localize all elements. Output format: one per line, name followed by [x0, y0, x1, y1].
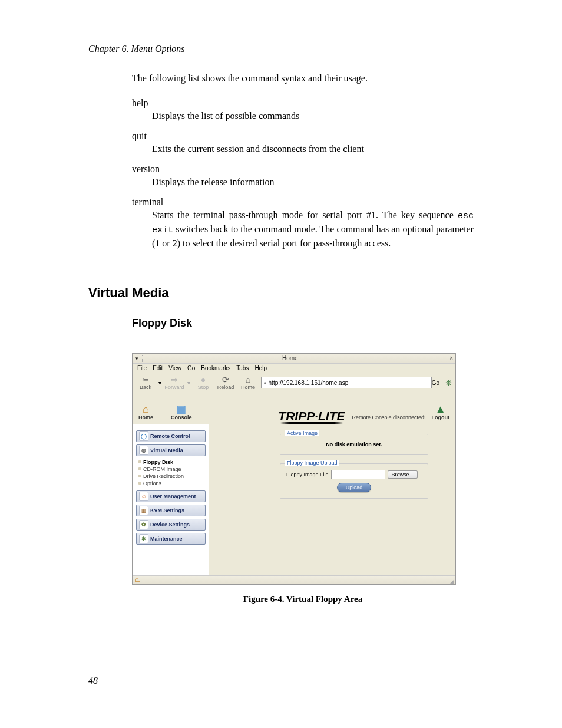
stop-button[interactable]: ● Stop [194, 375, 213, 390]
figure-caption: Figure 6-4. Virtual Floppy Area [132, 594, 474, 604]
home-label: Home [241, 384, 255, 390]
go-button[interactable]: Go [429, 380, 442, 386]
menu-help[interactable]: Help [254, 365, 267, 371]
window-minimize-button[interactable]: _ [441, 355, 444, 361]
sidebar-label-virtual-media: Virtual Media [150, 447, 183, 453]
active-image-legend: Active Image [285, 430, 319, 436]
term-version: version [132, 164, 474, 174]
device-settings-icon: ✿ [139, 520, 148, 529]
throbber-icon: ❋ [445, 378, 452, 387]
main-panel: Active Image No disk emulation set. Flop… [209, 424, 455, 575]
sidebar: ◯ Remote Control ◍ Virtual Media Floppy … [133, 424, 209, 575]
code-esc: esc [458, 211, 474, 221]
app-logout-button[interactable]: ▲ Logout [432, 404, 450, 424]
resize-grip-icon[interactable]: ◢ [450, 580, 454, 583]
submenu-drive-redirection[interactable]: Drive Redirection [138, 473, 206, 480]
user-management-icon: ☺ [139, 492, 148, 501]
home-icon: ⌂ [246, 375, 250, 384]
menubar: File Edit View Go Bookmarks Tabs Help [133, 364, 455, 373]
heading-virtual-media: Virtual Media [88, 285, 474, 301]
def-help: Displays the list of possible commands [152, 110, 474, 123]
back-dropdown-icon[interactable]: ▾ [158, 380, 161, 386]
virtual-media-icon: ◍ [139, 446, 148, 455]
reload-icon: ⟳ [222, 375, 229, 384]
sidebar-item-user-management[interactable]: ☺ User Management [136, 490, 206, 502]
sidebar-item-device-settings[interactable]: ✿ Device Settings [136, 519, 206, 531]
virtual-media-submenu: Floppy Disk CD-ROM Image Drive Redirecti… [136, 459, 206, 487]
titlebar-dropdown-icon[interactable]: ▾ [133, 355, 141, 361]
stop-icon: ● [201, 375, 206, 384]
menu-go[interactable]: Go [187, 365, 195, 371]
titlebar-separator [142, 355, 143, 362]
address-bar: ▫ http://192.168.1.161/home.asp [261, 377, 426, 388]
url-input[interactable]: ▫ http://192.168.1.161/home.asp [261, 377, 432, 388]
window-close-button[interactable]: × [449, 355, 453, 361]
window-maximize-button[interactable]: □ [445, 355, 448, 361]
forward-button[interactable]: ⇨ Forward [165, 375, 184, 390]
logout-icon: ▲ [435, 404, 446, 414]
sidebar-item-maintenance[interactable]: ✱ Maintenance [136, 533, 206, 545]
back-label: Back [140, 384, 151, 390]
menu-tabs[interactable]: Tabs [236, 365, 249, 371]
intro-text: The following list shows the command syn… [132, 72, 474, 85]
sidebar-label-remote-control: Remote Control [150, 433, 190, 439]
page-icon: ▫ [264, 380, 266, 386]
console-icon: ▣ [176, 404, 186, 414]
forward-label: Forward [165, 384, 184, 390]
folder-icon: 🗀 [135, 577, 141, 583]
menu-edit[interactable]: Edit [153, 365, 163, 371]
back-icon: ⇦ [142, 375, 149, 384]
forward-dropdown-icon[interactable]: ▾ [187, 380, 190, 386]
menu-file[interactable]: File [137, 365, 147, 371]
reload-button[interactable]: ⟳ Reload [216, 375, 235, 390]
screenshot-window: ▾ Home _ □ × File Edit View Go Bookmarks… [132, 353, 456, 585]
app-console-button[interactable]: ▣ Console [171, 404, 192, 420]
sidebar-label-user-management: User Management [150, 493, 196, 499]
menu-bookmarks[interactable]: Bookmarks [201, 365, 230, 371]
def-terminal-post: switches back to the command mode. The c… [152, 224, 474, 248]
forward-icon: ⇨ [171, 375, 178, 384]
code-exit: exit [152, 225, 173, 235]
sidebar-label-maintenance: Maintenance [150, 536, 183, 542]
menu-view[interactable]: View [168, 365, 181, 371]
term-quit: quit [132, 131, 474, 141]
submenu-floppy-disk[interactable]: Floppy Disk [138, 459, 206, 466]
stop-label: Stop [198, 384, 209, 390]
sidebar-label-device-settings: Device Settings [150, 522, 190, 528]
chapter-header: Chapter 6. Menu Options [88, 44, 474, 54]
home-button[interactable]: ⌂ Home [239, 375, 257, 390]
active-image-status: No disk emulation set. [286, 440, 422, 449]
upload-button[interactable]: Upload [337, 483, 372, 492]
floppy-upload-legend: Floppy Image Upload [285, 460, 339, 466]
def-terminal: Starts the terminal pass-through mode fo… [152, 209, 474, 249]
maintenance-icon: ✱ [139, 534, 148, 543]
window-titlebar: ▾ Home _ □ × [133, 354, 455, 364]
term-terminal: terminal [132, 197, 474, 207]
titlebar-separator [438, 355, 438, 362]
submenu-cdrom-image[interactable]: CD-ROM Image [138, 466, 206, 473]
back-button[interactable]: ⇦ Back [136, 375, 155, 390]
app-console-label: Console [171, 414, 192, 420]
brand-logo: TRIPP·LITE Remote Console disconnected! [192, 410, 432, 424]
heading-floppy-disk: Floppy Disk [132, 317, 474, 330]
logo-text: TRIPP·LITE [278, 410, 345, 423]
sidebar-label-kvm-settings: KVM Settings [150, 508, 184, 513]
sidebar-item-virtual-media[interactable]: ◍ Virtual Media [136, 444, 206, 456]
sidebar-item-kvm-settings[interactable]: ▥ KVM Settings [136, 505, 206, 516]
browse-button[interactable]: Browse... [388, 470, 418, 479]
app-home-label: Home [138, 414, 153, 420]
term-help: help [132, 98, 474, 108]
floppy-file-label: Floppy Image File [286, 472, 329, 477]
app-header: ⌂ Home ▣ Console TRIPP·LITE Remote Conso… [133, 393, 455, 424]
submenu-options[interactable]: Options [138, 480, 206, 487]
home-icon: ⌂ [143, 404, 149, 414]
floppy-file-input[interactable] [331, 470, 385, 479]
page-number: 48 [88, 676, 98, 686]
def-version: Displays the release information [152, 176, 474, 189]
reload-label: Reload [217, 384, 234, 390]
app-home-button[interactable]: ⌂ Home [138, 404, 153, 420]
remote-control-icon: ◯ [139, 431, 148, 441]
window-title: Home [144, 355, 437, 361]
sidebar-item-remote-control[interactable]: ◯ Remote Control [136, 430, 206, 442]
statusbar: 🗀 ◢ [133, 575, 455, 584]
